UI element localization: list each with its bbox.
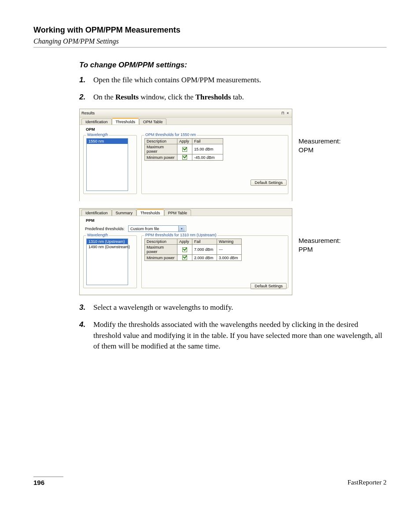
tab-opm-table[interactable]: OPM Table xyxy=(139,118,166,125)
col-apply: Apply xyxy=(177,239,192,245)
table-row: Minimum power -45.00 dBm xyxy=(145,154,223,161)
wavelength-group: Wavelength 1310 nm (Upstream) 1490 nm (D… xyxy=(83,235,137,288)
page-number: 196 xyxy=(33,479,44,486)
threshold-legend: OPM thresholds for 1550 nm xyxy=(144,132,197,137)
step-text: On the Results window, click the Thresho… xyxy=(93,92,244,103)
step-3: 3. Select a wavelength or wavelengths to… xyxy=(79,302,387,313)
wavelength-list[interactable]: 1550 nm xyxy=(86,138,128,191)
table-row: Maximum power 7.000 dBm --- xyxy=(145,245,242,255)
cell-description: Minimum power xyxy=(145,255,177,261)
step-2: 2. On the Results window, click the Thre… xyxy=(79,92,387,103)
predefined-label: Predefined thresholds: xyxy=(85,227,125,231)
tab-identification[interactable]: Identification xyxy=(81,209,112,216)
step-4: 4. Modify the thresholds associated with… xyxy=(79,319,387,352)
step-1: 1. Open the file which contains OPM/PPM … xyxy=(79,75,387,86)
col-fail: Fail xyxy=(192,239,217,245)
threshold-legend: PPM thresholds for 1310 nm (Upstream) xyxy=(144,233,217,237)
cell-fail[interactable]: -45.00 dBm xyxy=(192,154,223,161)
opm-sub-label: OPM xyxy=(84,127,97,132)
ppm-sub-label: PPM xyxy=(84,218,96,223)
wavelength-legend: Wavelength xyxy=(86,233,109,237)
threshold-table: Description Apply Fail Warning Maximum p… xyxy=(144,238,242,261)
product-name: FastReporter 2 xyxy=(347,479,387,486)
tab-summary[interactable]: Summary xyxy=(112,209,137,216)
step-number: 4. xyxy=(79,319,93,352)
wavelength-item[interactable]: 1310 nm (Upstream) xyxy=(87,239,128,244)
close-icon[interactable]: × xyxy=(287,111,290,115)
predefined-thresholds-select[interactable]: Custom from file ▾ xyxy=(128,225,186,232)
default-settings-button[interactable]: Default Settings xyxy=(251,283,287,289)
opm-results-panel: Results ⊓ × Identification Thresholds OP… xyxy=(79,109,292,201)
wavelength-legend: Wavelength xyxy=(86,132,109,137)
threshold-table: Description Apply Fail Maximum power 15.… xyxy=(144,138,223,161)
step-text: Open the file which contains OPM/PPM mea… xyxy=(93,75,261,86)
checkbox-icon[interactable] xyxy=(182,247,187,252)
cell-description: Maximum power xyxy=(145,245,177,255)
cell-apply[interactable] xyxy=(177,144,192,154)
col-description: Description xyxy=(145,239,177,245)
checkbox-icon[interactable] xyxy=(182,255,187,260)
cell-apply[interactable] xyxy=(177,245,192,255)
cell-description: Minimum power xyxy=(145,154,177,161)
callout-opm: Measurement: OPM xyxy=(298,137,341,154)
page-footer: 196 FastReporter 2 xyxy=(33,473,387,486)
ppm-results-panel: Identification Summary Thresholds PPM Ta… xyxy=(79,208,292,295)
cell-fail[interactable]: 7.000 dBm xyxy=(192,245,217,255)
section-title: To change OPM/PPM settings: xyxy=(79,61,387,70)
panel-titlebar: Results ⊓ × xyxy=(80,109,292,117)
tab-thresholds[interactable]: Thresholds xyxy=(136,209,164,216)
table-row: Maximum power 15.00 dBm xyxy=(145,144,223,154)
cell-apply[interactable] xyxy=(177,255,192,261)
step-number: 1. xyxy=(79,75,93,86)
tab-strip: Identification Summary Thresholds PPM Ta… xyxy=(80,209,292,216)
table-row: Minimum power 2.000 dBm 3.000 dBm xyxy=(145,255,242,261)
cell-fail[interactable]: 15.00 dBm xyxy=(192,144,223,154)
tab-thresholds[interactable]: Thresholds xyxy=(112,118,140,125)
window-title: Results xyxy=(81,111,95,115)
threshold-group: PPM thresholds for 1310 nm (Upstream) De… xyxy=(141,235,288,288)
cell-fail[interactable]: 2.000 dBm xyxy=(192,255,217,261)
header-divider xyxy=(33,47,387,48)
chevron-down-icon[interactable]: ▾ xyxy=(178,226,185,231)
pin-icon[interactable]: ⊓ xyxy=(281,111,285,115)
tab-strip: Identification Thresholds OPM Table xyxy=(80,117,292,125)
step-number: 3. xyxy=(79,302,93,313)
col-warning: Warning xyxy=(217,239,242,245)
tab-ppm-table[interactable]: PPM Table xyxy=(164,209,191,216)
step-text: Modify the thresholds associated with th… xyxy=(93,319,387,352)
wavelength-group: Wavelength 1550 nm xyxy=(83,135,137,194)
col-description: Description xyxy=(145,139,177,144)
tab-identification[interactable]: Identification xyxy=(81,118,112,125)
step-text: Select a wavelength or wavelengths to mo… xyxy=(93,302,233,313)
cell-warning[interactable]: 3.000 dBm xyxy=(217,255,242,261)
footer-divider xyxy=(33,477,63,477)
page-subheading: Changing OPM/PPM Settings xyxy=(33,37,387,45)
page-heading: Working with OPM/PPM Measurements xyxy=(33,26,387,35)
cell-warning[interactable]: --- xyxy=(217,245,242,255)
wavelength-list[interactable]: 1310 nm (Upstream) 1490 nm (Downstream) xyxy=(86,238,128,285)
cell-apply[interactable] xyxy=(177,154,192,161)
select-value: Custom from file xyxy=(130,227,159,231)
wavelength-item[interactable]: 1550 nm xyxy=(87,139,128,144)
wavelength-item[interactable]: 1490 nm (Downstream) xyxy=(87,244,128,249)
step-number: 2. xyxy=(79,92,93,103)
cell-description: Maximum power xyxy=(145,144,177,154)
callout-ppm: Measurement: PPM xyxy=(298,236,341,253)
default-settings-button[interactable]: Default Settings xyxy=(251,180,287,186)
col-apply: Apply xyxy=(177,139,192,144)
col-fail: Fail xyxy=(192,139,223,144)
checkbox-icon[interactable] xyxy=(182,155,187,160)
checkbox-icon[interactable] xyxy=(182,147,187,152)
